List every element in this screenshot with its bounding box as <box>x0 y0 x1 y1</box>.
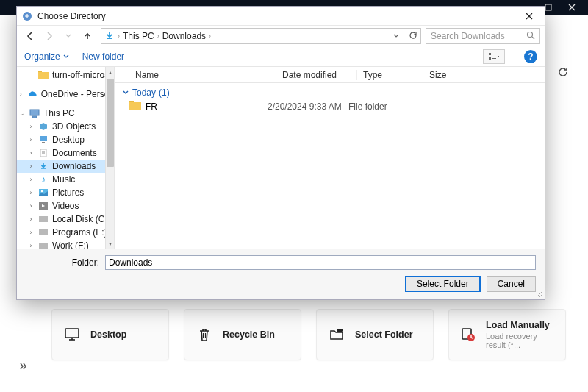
scroll-thumb[interactable] <box>107 79 114 167</box>
organize-menu[interactable]: Organize <box>24 51 69 62</box>
document-icon <box>37 147 49 159</box>
crumb-this-pc[interactable]: This PC <box>123 31 154 41</box>
nav-row: › This PC › Downloads › Search Downloads <box>17 26 545 46</box>
address-dropdown-icon[interactable] <box>393 31 399 41</box>
chevron-right-icon: › <box>157 32 159 40</box>
scroll-up-icon[interactable]: ▴ <box>109 67 112 77</box>
download-icon <box>37 160 49 172</box>
dialog-titlebar: Choose Directory <box>17 7 545 26</box>
column-headers: Name Date modified Type Size <box>115 67 545 83</box>
svg-rect-17 <box>489 53 491 55</box>
forward-button[interactable] <box>40 27 58 45</box>
cancel-button[interactable]: Cancel <box>487 276 536 292</box>
svg-point-15 <box>528 32 533 37</box>
svg-rect-9 <box>337 329 343 332</box>
select-folder-button[interactable]: Select Folder <box>405 276 481 292</box>
svg-rect-33 <box>39 218 48 222</box>
disk-icon <box>37 227 49 238</box>
this-pc-icon <box>29 107 40 119</box>
scroll-down-icon[interactable]: ▾ <box>109 238 112 249</box>
search-icon <box>526 31 535 42</box>
svg-rect-25 <box>40 136 47 141</box>
chevron-down-icon <box>122 89 129 96</box>
card-label: Select Folder <box>355 329 413 340</box>
crumb-downloads[interactable]: Downloads <box>162 31 206 41</box>
card-recycle-bin[interactable]: Recycle Bin <box>184 309 301 360</box>
col-size[interactable]: Size <box>423 70 467 80</box>
tree-label: Documents <box>52 148 97 158</box>
card-desktop[interactable]: Desktop <box>51 309 169 360</box>
tree-item-quick[interactable]: turn-off-microso <box>17 68 114 82</box>
chevron-right-icon: › <box>118 32 120 40</box>
group-count: (1) <box>159 88 170 98</box>
tree-item-programs-e[interactable]: ›Programs (E:) <box>17 226 114 239</box>
file-list: Name Date modified Type Size Today (1) F… <box>114 67 545 249</box>
tree-label: OneDrive - Person <box>41 89 114 99</box>
choose-directory-dialog: Choose Directory › This PC › Downloads ›… <box>16 6 545 300</box>
resize-grip-icon[interactable] <box>534 289 543 298</box>
group-header-today[interactable]: Today (1) <box>115 83 545 99</box>
back-button[interactable] <box>21 27 39 45</box>
tree-item-3d-objects[interactable]: ›3D Objects <box>17 120 114 133</box>
pictures-icon <box>37 187 49 199</box>
tree-item-videos[interactable]: ›Videos <box>17 199 114 213</box>
svg-rect-35 <box>39 231 48 235</box>
new-folder-button[interactable]: New folder <box>82 51 124 62</box>
tree-item-documents[interactable]: ›Documents <box>17 146 114 160</box>
dialog-title: Choose Directory <box>37 11 518 21</box>
toolbar: Organize New folder ? <box>17 46 545 67</box>
svg-point-31 <box>41 190 43 192</box>
up-button[interactable] <box>79 27 96 45</box>
tree-label: Programs (E:) <box>52 227 107 238</box>
view-options-button[interactable] <box>483 49 505 64</box>
tree-item-this-pc[interactable]: ⌄This PC <box>17 107 114 120</box>
close-app-button[interactable] <box>560 0 584 15</box>
app-icon <box>21 10 33 22</box>
refresh-address-icon[interactable] <box>409 31 417 42</box>
list-item[interactable]: FR 2/20/2024 9:33 AM File folder <box>115 99 545 114</box>
video-icon <box>37 200 49 212</box>
folder-open-icon <box>329 327 345 343</box>
col-type[interactable]: Type <box>357 70 423 80</box>
svg-rect-36 <box>39 229 48 231</box>
folder-input[interactable] <box>105 255 536 270</box>
tree-item-music[interactable]: ›♪Music <box>17 173 114 186</box>
close-button[interactable] <box>518 8 540 24</box>
disk-icon <box>37 240 49 249</box>
tree-item-local-disk-c[interactable]: ›Local Disk (C:) <box>17 213 114 226</box>
tree-item-downloads[interactable]: ›Downloads <box>17 160 114 173</box>
recent-dropdown[interactable] <box>60 27 77 45</box>
help-button[interactable]: ? <box>524 50 537 63</box>
card-load-manually[interactable]: Load Manually Load recovery result (*... <box>448 309 566 360</box>
disk-icon <box>37 213 49 225</box>
svg-rect-18 <box>489 57 491 60</box>
expand-icon[interactable] <box>16 360 29 373</box>
tree-item-work-f[interactable]: ›Work (F:) <box>17 239 114 249</box>
col-name[interactable]: Name <box>129 70 276 80</box>
search-placeholder: Search Downloads <box>431 31 505 41</box>
col-date[interactable]: Date modified <box>276 70 357 80</box>
nav-tree: turn-off-microso ›OneDrive - Person ⌄Thi… <box>17 67 114 249</box>
card-label: Load Manually <box>486 320 553 330</box>
refresh-icon[interactable] <box>554 63 572 81</box>
tree-label: 3D Objects <box>52 121 96 132</box>
tree-label: Downloads <box>52 161 96 171</box>
divider <box>404 31 404 41</box>
svg-rect-24 <box>32 116 37 118</box>
search-input[interactable]: Search Downloads <box>426 28 540 44</box>
tree-item-pictures[interactable]: ›Pictures <box>17 186 114 199</box>
tree-item-desktop[interactable]: ›Desktop <box>17 133 114 146</box>
onedrive-icon <box>26 88 38 100</box>
tree-label: Local Disk (C:) <box>52 214 110 224</box>
tree-scrollbar[interactable]: ▴ ▾ <box>105 67 114 249</box>
organize-label: Organize <box>24 51 60 62</box>
item-type: File folder <box>348 101 415 112</box>
tree-item-onedrive[interactable]: ›OneDrive - Person <box>17 88 114 101</box>
address-bar[interactable]: › This PC › Downloads › <box>101 28 421 44</box>
svg-rect-42 <box>129 102 141 110</box>
item-date: 2/20/2024 9:33 AM <box>268 101 348 112</box>
location-cards: Desktop Recycle Bin Select Folder Load M… <box>51 309 566 360</box>
card-select-folder[interactable]: Select Folder <box>316 309 434 360</box>
tree-label: Music <box>52 174 75 185</box>
music-icon: ♪ <box>37 174 49 185</box>
